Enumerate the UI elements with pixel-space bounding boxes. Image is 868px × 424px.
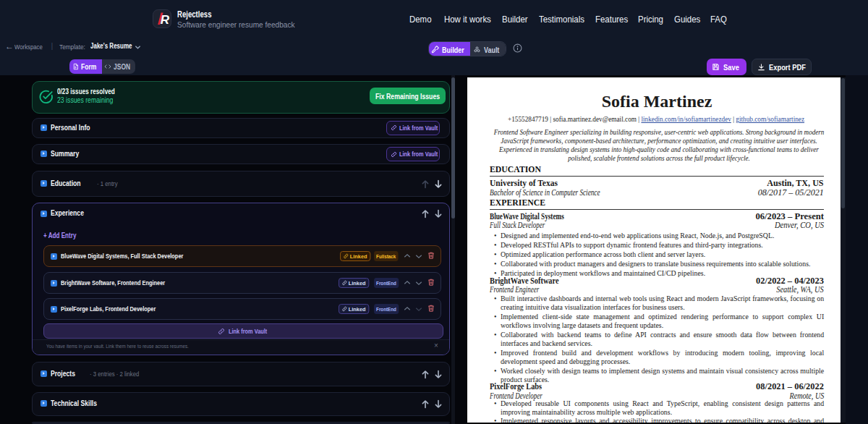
svg-text:R: R bbox=[161, 13, 170, 27]
